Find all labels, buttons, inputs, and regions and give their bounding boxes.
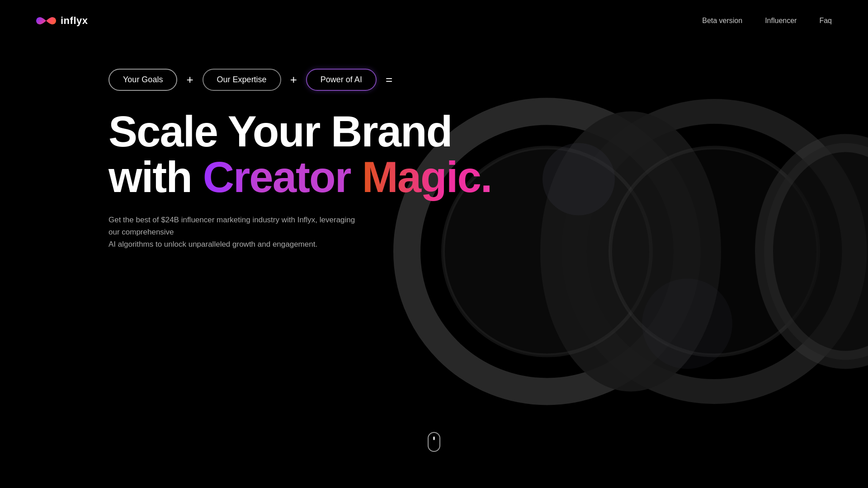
plus-sign-1: + <box>186 73 193 87</box>
hero-line1: Scale Your Brand <box>108 109 832 155</box>
hero-creator-text: Creator <box>203 153 351 201</box>
scroll-indicator <box>428 432 440 452</box>
hero-heading: Scale Your Brand with Creator Magic. <box>108 109 832 200</box>
mouse-dot <box>433 436 435 440</box>
nav-item-influencer[interactable]: Influencer <box>765 17 797 25</box>
nav-link-influencer[interactable]: Influencer <box>765 17 797 24</box>
nav-item-beta[interactable]: Beta version <box>702 17 742 25</box>
hero-section: Your Goals + Our Expertise + Power of AI… <box>0 42 868 250</box>
nav-link-faq[interactable]: Faq <box>819 17 832 24</box>
navigation: inflyx Beta version Influencer Faq <box>0 0 868 42</box>
logo-text: inflyx <box>61 15 88 27</box>
hero-space <box>351 153 362 201</box>
hero-magic-text: Magic <box>362 153 481 201</box>
nav-link-beta[interactable]: Beta version <box>702 17 742 24</box>
hero-period: . <box>481 153 492 201</box>
pill-ai[interactable]: Power of AI <box>306 69 377 91</box>
pills-row: Your Goals + Our Expertise + Power of AI… <box>108 69 832 91</box>
hero-line2: with Creator Magic. <box>108 155 832 200</box>
mouse-icon <box>428 432 440 452</box>
plus-sign-2: + <box>290 73 297 87</box>
svg-point-6 <box>642 278 732 369</box>
logo[interactable]: inflyx <box>36 11 88 31</box>
pill-goals[interactable]: Your Goals <box>108 69 177 91</box>
nav-links: Beta version Influencer Faq <box>702 17 832 25</box>
equals-sign: = <box>386 73 393 87</box>
nav-item-faq[interactable]: Faq <box>819 17 832 25</box>
logo-icon <box>36 11 56 31</box>
hero-with-text: with <box>108 153 203 201</box>
pill-expertise[interactable]: Our Expertise <box>203 69 281 91</box>
hero-subtitle: Get the best of $24B influencer marketin… <box>108 214 362 251</box>
